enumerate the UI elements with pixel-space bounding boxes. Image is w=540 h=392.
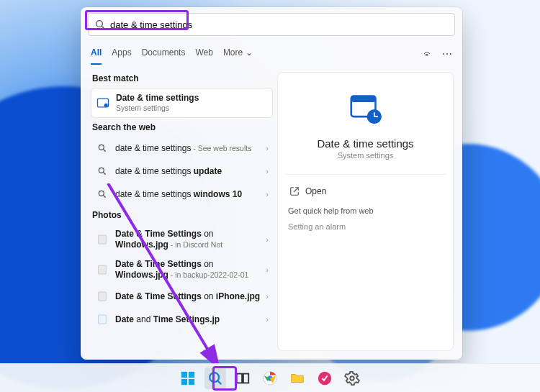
svg-line-1 (102, 26, 104, 29)
svg-rect-21 (189, 371, 194, 377)
chevron-right-icon: › (261, 144, 269, 152)
tabs-row: All Apps Documents Web More ⌄ ᯤ ⋯ (81, 39, 462, 65)
svg-point-6 (99, 168, 104, 173)
chevron-right-icon: › (261, 190, 269, 199)
photo-result[interactable]: Date & Time Settings on Windows.jpg - in… (91, 255, 273, 285)
chevron-right-icon: › (261, 167, 269, 176)
photo-result[interactable]: Date & Time Settings on Windows.jpg - in… (91, 224, 273, 255)
section-photos: Photos (92, 210, 273, 220)
image-file-icon (95, 312, 109, 327)
detail-sub: System settings (338, 151, 394, 160)
best-match-sub: System settings (116, 104, 268, 113)
web-result[interactable]: date & time settings update › (91, 160, 273, 183)
svg-rect-10 (99, 235, 107, 244)
svg-point-4 (99, 145, 104, 150)
more-icon[interactable]: ⋯ (442, 48, 452, 60)
svg-line-25 (218, 380, 222, 384)
web-result[interactable]: date & time settings windows 10 › (91, 183, 273, 206)
svg-point-31 (350, 376, 354, 380)
svg-rect-27 (243, 373, 248, 383)
search-icon (95, 141, 109, 155)
svg-rect-12 (99, 292, 107, 301)
settings-icon (96, 96, 110, 110)
open-label: Open (305, 186, 326, 196)
start-button[interactable] (177, 368, 199, 389)
svg-rect-20 (181, 371, 187, 377)
search-bar-row (81, 7, 462, 39)
tabs: All Apps Documents Web More ⌄ (91, 43, 253, 65)
svg-line-7 (104, 173, 106, 175)
svg-rect-23 (189, 378, 194, 384)
chrome-icon[interactable] (259, 368, 281, 389)
search-icon (95, 164, 109, 178)
svg-rect-13 (99, 315, 107, 324)
panel-top-actions: ᯤ ⋯ (423, 48, 452, 60)
open-action[interactable]: Open (288, 182, 443, 201)
settings-icon[interactable] (341, 368, 363, 389)
image-file-icon (95, 232, 109, 247)
quick-help-heading: Get quick help from web (288, 206, 443, 215)
detail-title: Date & time settings (317, 137, 413, 150)
best-match-title: Date & time settings (116, 93, 199, 103)
section-search-web: Search the web (92, 122, 273, 132)
section-best-match: Best match (92, 73, 273, 83)
svg-line-9 (104, 196, 106, 198)
chevron-right-icon: › (261, 292, 269, 301)
svg-point-8 (99, 191, 104, 196)
svg-point-3 (104, 104, 108, 107)
tab-apps[interactable]: Apps (112, 43, 131, 65)
search-icon (95, 187, 109, 201)
detail-pane: Date & time settings System settings Ope… (277, 72, 454, 351)
chevron-down-icon: ⌄ (246, 47, 253, 58)
web-result[interactable]: date & time settings - See web results › (91, 137, 273, 160)
open-icon (289, 186, 300, 196)
tab-more[interactable]: More ⌄ (223, 43, 253, 65)
tab-all[interactable]: All (91, 43, 102, 65)
search-icon (94, 19, 106, 30)
divider (285, 174, 446, 175)
search-button[interactable] (204, 368, 226, 389)
svg-line-5 (104, 150, 106, 152)
taskview-button[interactable] (232, 368, 253, 389)
photo-result[interactable]: Date & Time Settings on iPhone.jpg › (91, 285, 273, 308)
photo-result[interactable]: Date and Time Settings.jp › (91, 308, 273, 331)
chevron-right-icon: › (261, 315, 269, 324)
svg-rect-26 (237, 373, 242, 383)
chevron-right-icon: › (261, 235, 269, 244)
svg-rect-22 (181, 378, 187, 384)
search-input[interactable] (106, 19, 449, 30)
tab-web[interactable]: Web (195, 43, 212, 65)
image-file-icon (95, 263, 109, 277)
tab-documents[interactable]: Documents (142, 43, 186, 65)
search-panel: All Apps Documents Web More ⌄ ᯤ ⋯ Best m… (81, 7, 462, 360)
taskbar (0, 363, 540, 392)
svg-rect-11 (99, 265, 107, 274)
results-column: Best match Date & time settings System s… (81, 65, 277, 360)
image-file-icon (95, 289, 109, 304)
chevron-right-icon: › (261, 265, 269, 274)
search-bar[interactable] (88, 13, 455, 36)
svg-point-24 (210, 373, 219, 382)
file-explorer-icon[interactable] (287, 368, 308, 389)
rewards-icon[interactable]: ᯤ (423, 48, 433, 60)
date-time-icon (346, 90, 385, 129)
svg-point-0 (96, 21, 103, 27)
app-round-icon[interactable] (314, 368, 336, 389)
svg-rect-15 (351, 96, 375, 101)
quick-suggestion[interactable]: Setting an alarm (288, 222, 443, 231)
best-match-result[interactable]: Date & time settings System settings (91, 88, 273, 118)
